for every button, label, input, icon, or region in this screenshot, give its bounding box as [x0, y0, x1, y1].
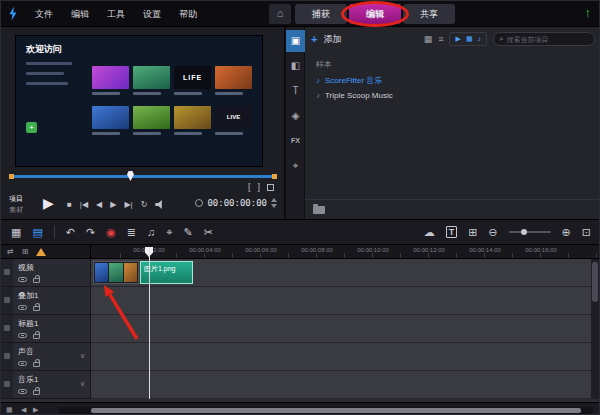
timeline-view-button[interactable]: ▤ [32, 226, 42, 238]
timeline-ruler[interactable]: ⇄ ⊞ 00:00:02:00 00:00:04:00 00:00:06:00 … [1, 245, 600, 259]
scroll-right-icon[interactable]: ▶ [33, 406, 38, 414]
video-filter-icon[interactable]: ▶ [455, 35, 460, 43]
track-select-strip[interactable] [1, 371, 13, 398]
lock-icon[interactable] [33, 306, 40, 311]
photo-filter-icon[interactable]: ▦ [466, 35, 473, 43]
home-button[interactable]: ⌂ [269, 4, 291, 24]
painting-creator-button[interactable]: ✎ [184, 226, 193, 238]
add-track-icon[interactable]: ⊞ [22, 248, 29, 256]
menu-help[interactable]: 帮助 [170, 1, 206, 27]
auto-music-button[interactable]: ♫ [147, 226, 155, 238]
zoom-out-button[interactable]: ⊖ [488, 226, 497, 238]
chevron-down-icon[interactable]: ∨ [80, 352, 85, 360]
timecode-spinner[interactable] [271, 198, 277, 208]
clip-filmstrip[interactable] [93, 261, 139, 284]
transitions-icon[interactable]: ◧ [286, 55, 305, 77]
marker-triangle-icon[interactable] [36, 248, 46, 256]
mode-clip-button[interactable]: 素材 [9, 204, 23, 215]
track-manager-button[interactable]: ⊞ [468, 226, 477, 238]
menu-tools[interactable]: 工具 [98, 1, 134, 27]
enlarge-icon[interactable] [267, 184, 274, 191]
lock-icon[interactable] [33, 362, 40, 367]
sound-mixer-button[interactable]: ≣ [127, 226, 136, 238]
track-header-title1[interactable]: 标题1 [1, 315, 91, 343]
zoom-in-button[interactable]: ⊕ [562, 226, 571, 238]
ripple-link-icon[interactable] [18, 361, 27, 366]
add-folder-button[interactable]: 添加 [323, 33, 341, 46]
lock-icon[interactable] [33, 278, 40, 283]
menu-edit[interactable]: 编辑 [62, 1, 98, 27]
track-header-voice[interactable]: 声音 ∨ [1, 343, 91, 371]
trim-bar[interactable] [9, 175, 277, 178]
grid-toggle-icon[interactable]: ▦ [6, 406, 13, 414]
repeat-button[interactable]: ↻ [141, 200, 148, 209]
track-select-strip[interactable] [1, 315, 13, 342]
track-header-music1[interactable]: 音乐1 ∨ [1, 371, 91, 399]
chevron-down-icon[interactable]: ∨ [80, 380, 85, 388]
library-item-scorefitter[interactable]: ♪ ScoreFitter 音乐 [316, 75, 382, 86]
storyboard-view-button[interactable]: ▦ [11, 226, 21, 238]
title-track-lane[interactable] [91, 315, 600, 343]
menu-file[interactable]: 文件 [26, 1, 62, 27]
end-frame-button[interactable]: ▶| [124, 200, 132, 209]
lock-icon[interactable] [33, 334, 40, 339]
redo-button[interactable]: ↷ [86, 226, 95, 238]
motion-icon[interactable]: ⌖ [286, 155, 305, 177]
tab-capture[interactable]: 捕获 [295, 4, 347, 24]
ripple-link-icon[interactable] [18, 277, 27, 282]
track-header-video[interactable]: 视频 [1, 259, 91, 287]
search-input[interactable] [506, 36, 589, 43]
track-header-overlay1[interactable]: 叠加1 [1, 287, 91, 315]
home-frame-button[interactable]: |◀ [80, 200, 88, 209]
cloud-sync-button[interactable]: ☁ [424, 226, 435, 238]
music-track-lane[interactable] [91, 371, 600, 399]
record-capture-button[interactable]: ◉ [106, 226, 116, 238]
volume-icon[interactable] [155, 200, 164, 209]
video-track-lane[interactable]: 图片1.png [91, 259, 600, 287]
play-button[interactable]: ▶ [43, 195, 54, 211]
ripple-link-icon[interactable] [18, 333, 27, 338]
list-view-icon[interactable]: ≡ [438, 34, 443, 44]
track-select-strip[interactable] [1, 259, 13, 286]
fit-timeline-button[interactable]: ⊡ [582, 226, 591, 238]
ripple-link-icon[interactable] [18, 389, 27, 394]
tab-share[interactable]: 共享 [403, 4, 455, 24]
lock-icon[interactable] [33, 390, 40, 395]
scrollbar-thumb[interactable] [91, 408, 581, 413]
timeline-clip[interactable]: 图片1.png [140, 261, 193, 284]
motion-tracking-button[interactable]: ⌖ [166, 226, 172, 238]
titles-icon[interactable]: T [286, 80, 305, 102]
split-clip-button[interactable]: ✂ [204, 226, 213, 238]
playhead-line[interactable] [149, 247, 150, 399]
update-arrow-icon[interactable]: ↑ [585, 5, 592, 20]
menu-settings[interactable]: 设置 [134, 1, 170, 27]
overlay-track-lane[interactable] [91, 287, 600, 315]
vertical-scrollbar[interactable] [591, 259, 599, 399]
prev-frame-button[interactable]: ◀ [96, 200, 102, 209]
scrubber-handle[interactable] [127, 171, 134, 181]
zoom-slider[interactable] [509, 231, 551, 233]
gallery-view-icon[interactable]: ▦ [424, 34, 433, 44]
horizontal-scrollbar[interactable] [59, 407, 593, 414]
tab-edit[interactable]: 编辑 [349, 4, 401, 24]
ripple-link-icon[interactable] [18, 305, 27, 310]
subtitle-editor-button[interactable]: T [446, 226, 458, 238]
media-library-icon[interactable]: ▣ [286, 30, 305, 52]
graphics-icon[interactable]: ◈ [286, 105, 305, 127]
audio-filter-icon[interactable]: ♪ [478, 35, 482, 43]
undo-button[interactable]: ↶ [66, 226, 75, 238]
mode-project-button[interactable]: 项目 [9, 193, 23, 204]
next-frame-button[interactable]: ▶ [110, 200, 116, 209]
voice-track-lane[interactable] [91, 343, 600, 371]
filters-icon[interactable]: FX [286, 130, 305, 152]
browse-folder-icon[interactable] [313, 206, 325, 214]
scrollbar-thumb[interactable] [592, 262, 598, 302]
swap-tracks-icon[interactable]: ⇄ [7, 248, 14, 256]
track-select-strip[interactable] [1, 343, 13, 370]
trim-start-marker[interactable] [9, 174, 14, 179]
stop-button[interactable]: ■ [67, 200, 72, 209]
track-select-strip[interactable] [1, 287, 13, 314]
scroll-left-icon[interactable]: ◀ [21, 406, 26, 414]
library-item-triplescoop[interactable]: ♪ Triple Scoop Music [316, 91, 393, 100]
trim-end-marker[interactable] [272, 174, 277, 179]
